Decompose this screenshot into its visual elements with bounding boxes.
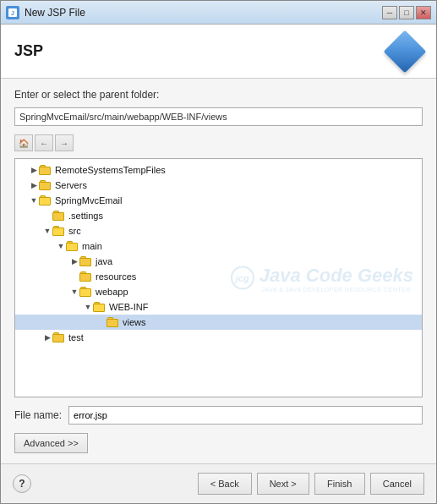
next-button[interactable]: Next >: [257, 473, 309, 495]
toggle-test[interactable]: ▶: [42, 333, 52, 342]
toggle-spring[interactable]: ▼: [29, 196, 39, 205]
folder-icon-webinf: [93, 302, 107, 312]
nav-back-button[interactable]: ←: [35, 134, 53, 151]
tree-item-webinf[interactable]: ▼ WEB-INF: [15, 299, 422, 315]
label-main: main: [82, 241, 102, 251]
label-test: test: [68, 332, 84, 342]
toggle-webinf[interactable]: ▼: [83, 303, 93, 311]
folder-icon-resources: [79, 271, 93, 282]
label-resources: resources: [96, 271, 136, 282]
header-section: JSP: [1, 25, 436, 79]
tree-item-servers[interactable]: ▶ Servers: [15, 178, 422, 193]
file-name-input[interactable]: [68, 406, 423, 425]
jsp-icon: [387, 34, 423, 69]
folder-path-input[interactable]: [14, 107, 423, 126]
folder-icon-src: [52, 226, 66, 236]
diamond-shape: [384, 30, 427, 73]
toggle-servers[interactable]: ▶: [29, 181, 39, 189]
tree-item-webapp[interactable]: ▼ webapp: [15, 284, 422, 299]
folder-icon-test: [52, 332, 66, 342]
nav-buttons: 🏠 ← →: [14, 134, 423, 151]
label-servers: Servers: [55, 180, 87, 190]
label-views: views: [123, 317, 146, 327]
toggle-remote[interactable]: ▶: [29, 166, 39, 174]
folder-tree[interactable]: jcg Java Code Geeks Java & Java Develope…: [14, 158, 423, 397]
label-webapp: webapp: [96, 287, 128, 297]
toggle-main[interactable]: ▼: [56, 242, 66, 250]
nav-forward-button[interactable]: →: [55, 134, 74, 151]
folder-icon-java: [79, 256, 93, 266]
title-bar-icon: J: [6, 6, 19, 19]
minimize-button[interactable]: ─: [382, 6, 397, 19]
tree-item-views[interactable]: views: [15, 315, 422, 330]
cancel-button[interactable]: Cancel: [370, 473, 424, 495]
help-button[interactable]: ?: [13, 474, 31, 493]
main-content: Enter or select the parent folder: 🏠 ← →…: [1, 79, 436, 463]
label-src: src: [68, 226, 81, 236]
title-bar-title: New JSP File: [25, 7, 85, 19]
title-bar-left: J New JSP File: [6, 6, 85, 19]
bottom-buttons: < Back Next > Finish Cancel: [198, 473, 424, 495]
file-name-row: File name:: [14, 406, 423, 425]
title-bar: J New JSP File ─ □ ✕: [1, 1, 436, 25]
folder-icon-spring: [39, 195, 52, 205]
folder-icon-views: [107, 317, 120, 327]
label-remote: RemoteSystemsTempFiles: [55, 165, 166, 175]
toggle-src[interactable]: ▼: [42, 227, 52, 235]
tree-item-remote[interactable]: ▶ RemoteSystemsTempFiles: [15, 162, 422, 178]
folder-icon-main: [66, 241, 79, 251]
tree-item-test[interactable]: ▶ test: [15, 330, 422, 345]
nav-home-button[interactable]: 🏠: [14, 134, 33, 151]
title-bar-controls: ─ □ ✕: [382, 6, 431, 19]
toggle-webapp[interactable]: ▼: [69, 288, 79, 296]
tree-item-main[interactable]: ▼ main: [15, 238, 422, 254]
folder-icon-servers: [39, 180, 52, 190]
svg-text:J: J: [11, 10, 14, 16]
maximize-button[interactable]: □: [399, 6, 414, 19]
folder-icon-remote: [39, 165, 52, 175]
close-button[interactable]: ✕: [416, 6, 431, 19]
advanced-button[interactable]: Advanced >>: [14, 433, 88, 453]
toggle-java[interactable]: ▶: [69, 257, 79, 266]
tree-item-resources[interactable]: resources: [15, 269, 422, 284]
bottom-bar: ? < Back Next > Finish Cancel: [1, 463, 436, 503]
file-name-label: File name:: [14, 409, 62, 421]
label-spring: SpringMvcEmail: [55, 195, 122, 205]
label-settings: .settings: [68, 211, 103, 221]
tree-item-spring[interactable]: ▼ SpringMvcEmail: [15, 193, 422, 208]
finish-button[interactable]: Finish: [314, 473, 365, 495]
label-webinf: WEB-INF: [109, 302, 148, 312]
back-button[interactable]: < Back: [198, 473, 252, 495]
tree-item-src[interactable]: ▼ src: [15, 223, 422, 238]
folder-icon-settings: [52, 211, 66, 221]
page-title: JSP: [14, 42, 43, 60]
label-java: java: [96, 256, 112, 266]
tree-item-settings[interactable]: .settings: [15, 208, 422, 223]
folder-label: Enter or select the parent folder:: [14, 89, 423, 101]
tree-item-java[interactable]: ▶ java: [15, 254, 422, 269]
dialog-window: J New JSP File ─ □ ✕ JSP Enter or select…: [0, 0, 437, 504]
folder-icon-webapp: [79, 287, 93, 297]
